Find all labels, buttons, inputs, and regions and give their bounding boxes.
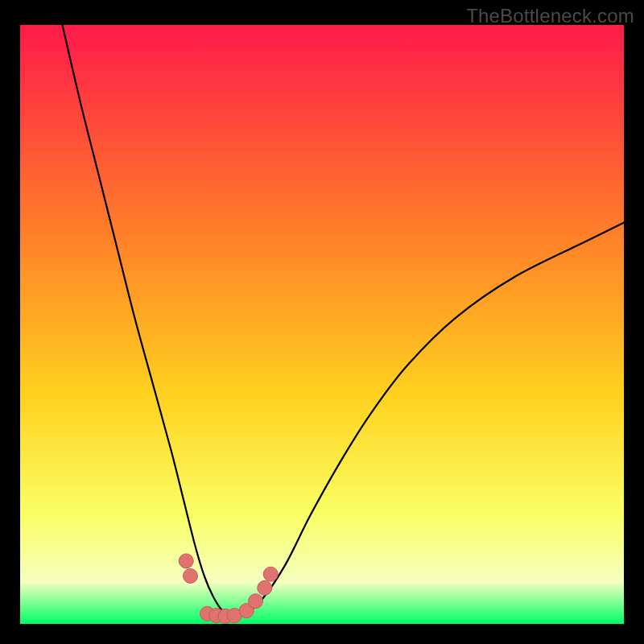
chart-svg xyxy=(20,25,624,624)
watermark-text: TheBottleneck.com xyxy=(466,5,634,27)
marker-point xyxy=(263,567,278,581)
marker-point xyxy=(184,568,198,583)
chart-frame: TheBottleneck.com xyxy=(0,0,644,644)
marker-point xyxy=(179,554,193,568)
gradient-background xyxy=(20,25,624,624)
marker-point xyxy=(258,580,272,595)
marker-point xyxy=(249,594,263,609)
plot-area xyxy=(20,25,624,624)
